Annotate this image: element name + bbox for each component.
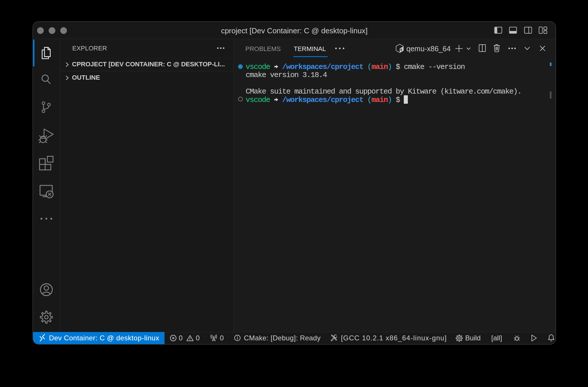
svg-text:,: , [402, 50, 403, 53]
